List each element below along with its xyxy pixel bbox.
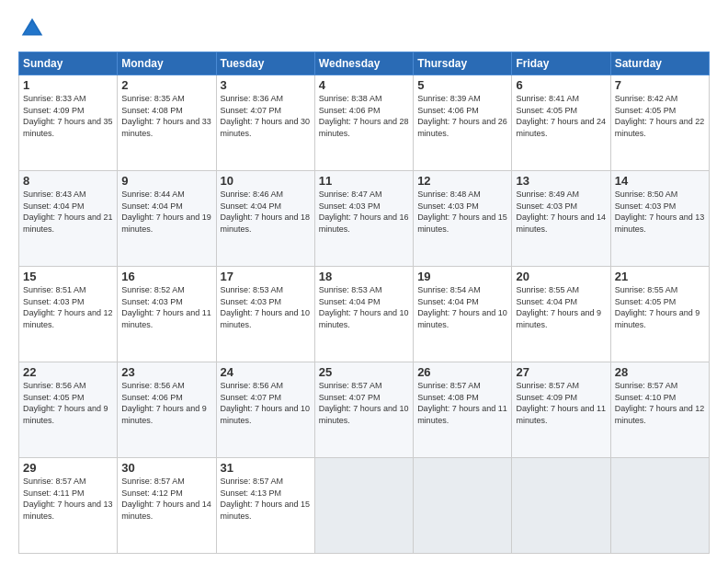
calendar-week-1: 1 Sunrise: 8:33 AM Sunset: 4:09 PM Dayli…: [19, 75, 710, 171]
calendar-cell: 27 Sunrise: 8:57 AM Sunset: 4:09 PM Dayl…: [512, 362, 610, 458]
calendar-cell: 26 Sunrise: 8:57 AM Sunset: 4:08 PM Dayl…: [414, 362, 512, 458]
day-number: 30: [121, 461, 211, 475]
calendar-cell: 14 Sunrise: 8:50 AM Sunset: 4:03 PM Dayl…: [610, 171, 709, 267]
day-info: Sunrise: 8:57 AM Sunset: 4:08 PM Dayligh…: [417, 380, 507, 426]
weekday-header-sunday: Sunday: [19, 52, 118, 75]
calendar-week-2: 8 Sunrise: 8:43 AM Sunset: 4:04 PM Dayli…: [19, 171, 710, 267]
day-info: Sunrise: 8:56 AM Sunset: 4:05 PM Dayligh…: [23, 380, 113, 426]
calendar-cell: 12 Sunrise: 8:48 AM Sunset: 4:03 PM Dayl…: [414, 171, 512, 267]
day-number: 8: [23, 174, 113, 188]
weekday-header-wednesday: Wednesday: [314, 52, 413, 75]
calendar-cell: 22 Sunrise: 8:56 AM Sunset: 4:05 PM Dayl…: [19, 362, 118, 458]
day-number: 24: [221, 365, 311, 379]
calendar-cell: 7 Sunrise: 8:42 AM Sunset: 4:05 PM Dayli…: [610, 75, 709, 171]
day-number: 27: [516, 365, 606, 379]
day-info: Sunrise: 8:46 AM Sunset: 4:04 PM Dayligh…: [221, 189, 311, 235]
calendar-week-4: 22 Sunrise: 8:56 AM Sunset: 4:05 PM Dayl…: [19, 362, 710, 458]
weekday-header-friday: Friday: [512, 52, 610, 75]
calendar-cell: 28 Sunrise: 8:57 AM Sunset: 4:10 PM Dayl…: [610, 362, 709, 458]
page: SundayMondayTuesdayWednesdayThursdayFrid…: [0, 0, 728, 563]
day-info: Sunrise: 8:57 AM Sunset: 4:12 PM Dayligh…: [121, 476, 211, 522]
day-number: 9: [121, 174, 211, 188]
day-number: 19: [417, 270, 507, 283]
day-info: Sunrise: 8:50 AM Sunset: 4:03 PM Dayligh…: [615, 189, 705, 235]
day-info: Sunrise: 8:54 AM Sunset: 4:04 PM Dayligh…: [417, 284, 507, 330]
calendar-cell: [610, 458, 709, 554]
weekday-header-saturday: Saturday: [610, 52, 709, 75]
calendar-cell: 23 Sunrise: 8:56 AM Sunset: 4:06 PM Dayl…: [118, 362, 216, 458]
day-number: 29: [23, 461, 113, 475]
day-number: 26: [417, 365, 507, 379]
header: [18, 15, 710, 42]
calendar-cell: 3 Sunrise: 8:36 AM Sunset: 4:07 PM Dayli…: [216, 75, 314, 171]
day-number: 11: [319, 174, 409, 188]
calendar-cell: 20 Sunrise: 8:55 AM Sunset: 4:04 PM Dayl…: [512, 267, 610, 362]
day-info: Sunrise: 8:55 AM Sunset: 4:04 PM Dayligh…: [516, 284, 606, 330]
day-number: 25: [319, 365, 409, 379]
calendar-cell: [512, 458, 610, 554]
calendar-cell: 16 Sunrise: 8:52 AM Sunset: 4:03 PM Dayl…: [118, 267, 216, 362]
day-number: 10: [221, 174, 311, 188]
day-info: Sunrise: 8:57 AM Sunset: 4:07 PM Dayligh…: [319, 380, 409, 426]
calendar-cell: 5 Sunrise: 8:39 AM Sunset: 4:06 PM Dayli…: [414, 75, 512, 171]
calendar-cell: 25 Sunrise: 8:57 AM Sunset: 4:07 PM Dayl…: [314, 362, 413, 458]
weekday-header-monday: Monday: [118, 52, 216, 75]
day-info: Sunrise: 8:44 AM Sunset: 4:04 PM Dayligh…: [121, 189, 211, 235]
day-info: Sunrise: 8:57 AM Sunset: 4:09 PM Dayligh…: [516, 380, 606, 426]
day-number: 7: [615, 78, 705, 92]
day-number: 21: [615, 270, 705, 283]
day-info: Sunrise: 8:55 AM Sunset: 4:05 PM Dayligh…: [615, 284, 705, 330]
calendar-cell: 11 Sunrise: 8:47 AM Sunset: 4:03 PM Dayl…: [314, 171, 413, 267]
day-info: Sunrise: 8:56 AM Sunset: 4:07 PM Dayligh…: [221, 380, 311, 426]
day-info: Sunrise: 8:43 AM Sunset: 4:04 PM Dayligh…: [23, 189, 113, 235]
day-number: 3: [221, 78, 311, 92]
calendar-cell: 10 Sunrise: 8:46 AM Sunset: 4:04 PM Dayl…: [216, 171, 314, 267]
calendar-cell: 18 Sunrise: 8:53 AM Sunset: 4:04 PM Dayl…: [314, 267, 413, 362]
weekday-header-tuesday: Tuesday: [216, 52, 314, 75]
day-info: Sunrise: 8:47 AM Sunset: 4:03 PM Dayligh…: [319, 189, 409, 235]
day-number: 31: [221, 461, 311, 475]
calendar-cell: 24 Sunrise: 8:56 AM Sunset: 4:07 PM Dayl…: [216, 362, 314, 458]
calendar-cell: 4 Sunrise: 8:38 AM Sunset: 4:06 PM Dayli…: [314, 75, 413, 171]
calendar-cell: 19 Sunrise: 8:54 AM Sunset: 4:04 PM Dayl…: [414, 267, 512, 362]
calendar-cell: 31 Sunrise: 8:57 AM Sunset: 4:13 PM Dayl…: [216, 458, 314, 554]
calendar-cell: 30 Sunrise: 8:57 AM Sunset: 4:12 PM Dayl…: [118, 458, 216, 554]
calendar-cell: 6 Sunrise: 8:41 AM Sunset: 4:05 PM Dayli…: [512, 75, 610, 171]
day-info: Sunrise: 8:53 AM Sunset: 4:04 PM Dayligh…: [319, 284, 409, 330]
calendar-cell: 8 Sunrise: 8:43 AM Sunset: 4:04 PM Dayli…: [19, 171, 118, 267]
day-number: 16: [121, 270, 211, 283]
day-info: Sunrise: 8:57 AM Sunset: 4:13 PM Dayligh…: [221, 476, 311, 522]
logo-icon: [18, 15, 46, 42]
day-number: 13: [516, 174, 606, 188]
day-info: Sunrise: 8:53 AM Sunset: 4:03 PM Dayligh…: [221, 284, 311, 330]
day-number: 14: [615, 174, 705, 188]
day-info: Sunrise: 8:38 AM Sunset: 4:06 PM Dayligh…: [319, 93, 409, 139]
day-info: Sunrise: 8:57 AM Sunset: 4:11 PM Dayligh…: [23, 476, 113, 522]
calendar-cell: 29 Sunrise: 8:57 AM Sunset: 4:11 PM Dayl…: [19, 458, 118, 554]
day-info: Sunrise: 8:35 AM Sunset: 4:08 PM Dayligh…: [121, 93, 211, 139]
day-info: Sunrise: 8:41 AM Sunset: 4:05 PM Dayligh…: [516, 93, 606, 139]
day-info: Sunrise: 8:42 AM Sunset: 4:05 PM Dayligh…: [615, 93, 705, 139]
day-number: 23: [121, 365, 211, 379]
logo: [18, 15, 50, 42]
day-number: 18: [319, 270, 409, 283]
day-info: Sunrise: 8:36 AM Sunset: 4:07 PM Dayligh…: [221, 93, 311, 139]
day-info: Sunrise: 8:33 AM Sunset: 4:09 PM Dayligh…: [23, 93, 113, 139]
calendar-cell: 13 Sunrise: 8:49 AM Sunset: 4:03 PM Dayl…: [512, 171, 610, 267]
day-number: 2: [121, 78, 211, 92]
day-number: 22: [23, 365, 113, 379]
day-info: Sunrise: 8:56 AM Sunset: 4:06 PM Dayligh…: [121, 380, 211, 426]
day-info: Sunrise: 8:39 AM Sunset: 4:06 PM Dayligh…: [417, 93, 507, 139]
day-info: Sunrise: 8:52 AM Sunset: 4:03 PM Dayligh…: [121, 284, 211, 330]
day-number: 15: [23, 270, 113, 283]
calendar-cell: [314, 458, 413, 554]
day-number: 28: [615, 365, 705, 379]
calendar-cell: 21 Sunrise: 8:55 AM Sunset: 4:05 PM Dayl…: [610, 267, 709, 362]
calendar-cell: 15 Sunrise: 8:51 AM Sunset: 4:03 PM Dayl…: [19, 267, 118, 362]
day-number: 4: [319, 78, 409, 92]
day-number: 1: [23, 78, 113, 92]
calendar-cell: 2 Sunrise: 8:35 AM Sunset: 4:08 PM Dayli…: [118, 75, 216, 171]
day-number: 20: [516, 270, 606, 283]
day-info: Sunrise: 8:51 AM Sunset: 4:03 PM Dayligh…: [23, 284, 113, 330]
day-number: 17: [221, 270, 311, 283]
